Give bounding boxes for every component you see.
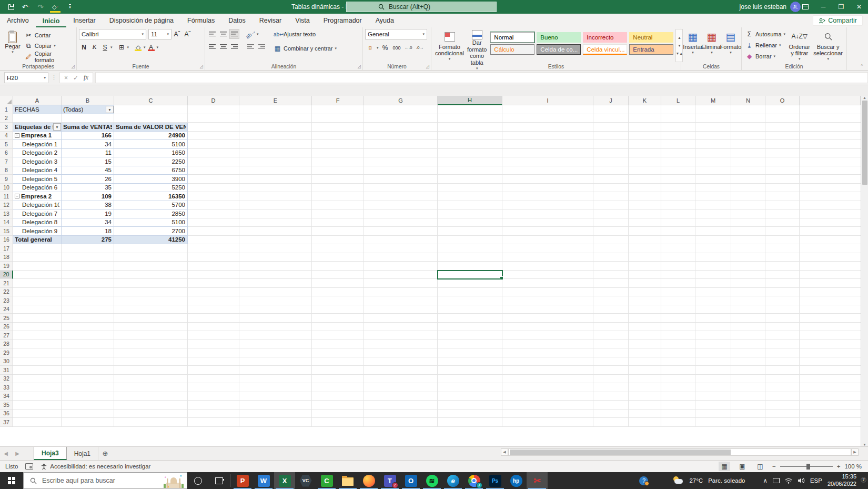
cell-J31[interactable] bbox=[593, 366, 629, 375]
row-header-8[interactable]: 8 bbox=[0, 166, 13, 175]
cell-N14[interactable] bbox=[731, 218, 765, 227]
cell-A11[interactable]: −Empresa 2 bbox=[13, 192, 62, 201]
cell-N4[interactable] bbox=[731, 132, 765, 141]
cell-J37[interactable] bbox=[593, 418, 629, 427]
cell-H1[interactable] bbox=[438, 105, 502, 114]
cell-J3[interactable] bbox=[593, 123, 629, 132]
cell-M26[interactable] bbox=[695, 323, 731, 332]
cell-N16[interactable] bbox=[731, 236, 765, 245]
cell-F12[interactable] bbox=[312, 201, 364, 210]
cell-D20[interactable] bbox=[188, 271, 239, 280]
cell-O3[interactable] bbox=[765, 123, 800, 132]
cell-K27[interactable] bbox=[629, 331, 661, 340]
cell-H8[interactable] bbox=[438, 166, 502, 175]
taskbar-search[interactable]: Escribe aquí para buscar bbox=[23, 472, 187, 489]
cut-button[interactable]: ✂Cortar bbox=[23, 30, 74, 41]
cell-L4[interactable] bbox=[661, 132, 695, 141]
cell-B25[interactable] bbox=[62, 314, 114, 323]
new-sheet-button[interactable]: ⊕ bbox=[98, 447, 112, 460]
cell-C2[interactable] bbox=[114, 114, 188, 123]
dropdown-filter-icon[interactable]: ▼ bbox=[106, 106, 114, 113]
cell-D1[interactable] bbox=[188, 105, 239, 114]
cell-C36[interactable] bbox=[114, 410, 188, 418]
cell-F5[interactable] bbox=[312, 140, 364, 149]
cell-N19[interactable] bbox=[731, 262, 765, 271]
cell-B32[interactable] bbox=[62, 375, 114, 384]
weather-temp[interactable]: 27°C bbox=[689, 477, 703, 484]
cell-L10[interactable] bbox=[661, 184, 695, 193]
cell-D32[interactable] bbox=[188, 375, 239, 384]
cell-A35[interactable] bbox=[13, 401, 62, 410]
column-header-B[interactable]: B bbox=[62, 96, 114, 105]
cell-B12[interactable]: 38 bbox=[62, 201, 114, 210]
row-header-2[interactable]: 2 bbox=[0, 114, 13, 123]
cell-I26[interactable] bbox=[502, 323, 593, 332]
zoom-out-button[interactable]: − bbox=[772, 463, 776, 470]
cell-I25[interactable] bbox=[502, 314, 593, 323]
cell-F28[interactable] bbox=[312, 340, 364, 349]
cell-C1[interactable] bbox=[114, 105, 188, 114]
cortana-button[interactable] bbox=[187, 472, 208, 489]
cell-B29[interactable] bbox=[62, 348, 114, 357]
cell-C6[interactable]: 1650 bbox=[114, 149, 188, 158]
gallery-up-button[interactable]: ▲ bbox=[678, 34, 681, 42]
cell-G8[interactable] bbox=[364, 166, 438, 175]
cell-I20[interactable] bbox=[502, 271, 593, 280]
cell-D25[interactable] bbox=[188, 314, 239, 323]
cell-J33[interactable] bbox=[593, 383, 629, 392]
cell-O1[interactable] bbox=[765, 105, 800, 114]
cell-O28[interactable] bbox=[765, 340, 800, 349]
sheet-nav-left[interactable]: ◀ bbox=[0, 447, 12, 460]
vertical-scrollbar[interactable]: ▲ ▼ bbox=[861, 96, 868, 446]
increase-font-button[interactable]: Aˆ bbox=[172, 29, 182, 39]
taskbar-app-hp[interactable]: hp bbox=[506, 472, 527, 489]
gallery-down-button[interactable]: ▼ bbox=[678, 42, 681, 49]
language-indicator[interactable]: ESP bbox=[810, 477, 822, 484]
row-header-7[interactable]: 7 bbox=[0, 157, 13, 166]
cell-G30[interactable] bbox=[364, 357, 438, 366]
cell-A28[interactable] bbox=[13, 340, 62, 349]
cell-L22[interactable] bbox=[661, 288, 695, 297]
cell-N11[interactable] bbox=[731, 192, 765, 201]
cell-H11[interactable] bbox=[438, 192, 502, 201]
taskbar-app-teams[interactable]: T2 bbox=[379, 472, 400, 489]
cell-A25[interactable] bbox=[13, 314, 62, 323]
cell-G21[interactable] bbox=[364, 279, 438, 288]
cell-M10[interactable] bbox=[695, 184, 731, 193]
cell-M12[interactable] bbox=[695, 201, 731, 210]
taskbar-app-excel[interactable]: X bbox=[274, 472, 295, 489]
cell-N37[interactable] bbox=[731, 418, 765, 427]
cell-E5[interactable] bbox=[239, 140, 312, 149]
cell-F21[interactable] bbox=[312, 279, 364, 288]
cell-C28[interactable] bbox=[114, 340, 188, 349]
cell-K12[interactable] bbox=[629, 201, 661, 210]
font-name-combo[interactable]: Calibri▾ bbox=[79, 29, 146, 39]
row-header-19[interactable]: 19 bbox=[0, 262, 13, 271]
cell-E36[interactable] bbox=[239, 410, 312, 418]
cell-C4[interactable]: 24900 bbox=[114, 132, 188, 141]
cell-O31[interactable] bbox=[765, 366, 800, 375]
cell-L20[interactable] bbox=[661, 271, 695, 280]
cell-B15[interactable]: 18 bbox=[62, 227, 114, 236]
column-header-K[interactable]: K bbox=[629, 96, 661, 105]
cell-H7[interactable] bbox=[438, 157, 502, 166]
cell-O20[interactable] bbox=[765, 271, 800, 280]
cell-K5[interactable] bbox=[629, 140, 661, 149]
cell-M5[interactable] bbox=[695, 140, 731, 149]
cell-A33[interactable] bbox=[13, 383, 62, 392]
cell-style-bueno[interactable]: Bueno bbox=[537, 32, 581, 43]
cell-C34[interactable] bbox=[114, 392, 188, 401]
cell-J5[interactable] bbox=[593, 140, 629, 149]
cell-C20[interactable] bbox=[114, 271, 188, 280]
cell-K14[interactable] bbox=[629, 218, 661, 227]
cell-N36[interactable] bbox=[731, 410, 765, 418]
cell-H10[interactable] bbox=[438, 184, 502, 193]
cell-F19[interactable] bbox=[312, 262, 364, 271]
cell-D31[interactable] bbox=[188, 366, 239, 375]
cell-J6[interactable] bbox=[593, 149, 629, 158]
row-header-17[interactable]: 17 bbox=[0, 244, 13, 253]
cell-I23[interactable] bbox=[502, 296, 593, 305]
cell-K33[interactable] bbox=[629, 383, 661, 392]
cell-A22[interactable] bbox=[13, 288, 62, 297]
cell-F29[interactable] bbox=[312, 348, 364, 357]
